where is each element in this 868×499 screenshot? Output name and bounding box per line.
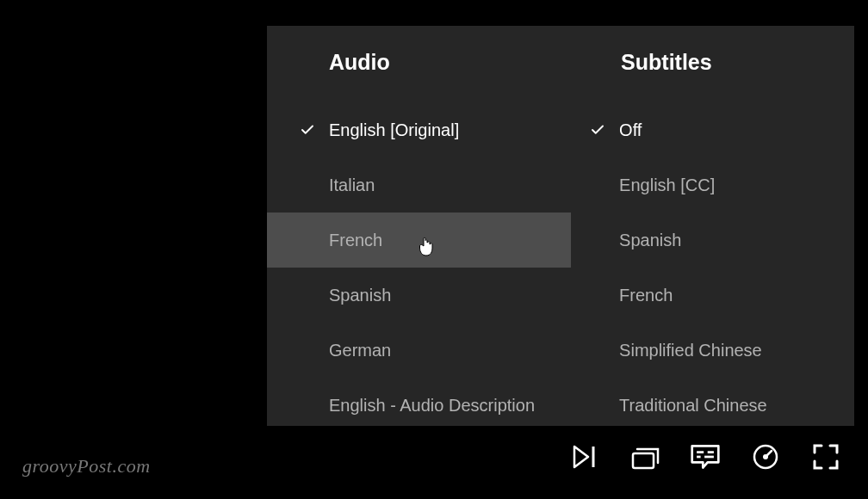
subtitle-option[interactable]: English [CC] bbox=[571, 157, 854, 213]
audio-option-label: German bbox=[329, 341, 391, 360]
subtitle-option-label: Traditional Chinese bbox=[619, 396, 767, 416]
subtitles-header: Subtitles bbox=[571, 50, 854, 75]
subtitle-option-label: Off bbox=[619, 120, 642, 140]
audio-option-label: Spanish bbox=[329, 286, 391, 305]
checkmark-icon bbox=[300, 122, 315, 138]
svg-rect-1 bbox=[633, 453, 654, 468]
audio-option-label: Italian bbox=[329, 176, 375, 195]
audio-option-label: French bbox=[329, 231, 382, 250]
audio-option-label: English [Original] bbox=[329, 120, 459, 140]
subtitles-button[interactable] bbox=[689, 440, 722, 473]
audio-option[interactable]: Italian bbox=[267, 157, 571, 213]
next-episode-icon bbox=[569, 441, 600, 472]
subtitle-option-label: English [CC] bbox=[619, 176, 715, 195]
episodes-icon bbox=[629, 441, 660, 472]
subtitle-option[interactable]: Off bbox=[571, 102, 854, 157]
audio-column: Audio English [Original]ItalianFrenchSpa… bbox=[267, 26, 571, 426]
subtitle-option[interactable]: French bbox=[571, 268, 854, 323]
playback-speed-icon bbox=[750, 441, 781, 472]
next-episode-button[interactable] bbox=[568, 440, 601, 473]
audio-option[interactable]: German bbox=[267, 323, 571, 378]
check-slot bbox=[590, 122, 619, 138]
audio-subtitles-panel: Audio English [Original]ItalianFrenchSpa… bbox=[267, 26, 854, 426]
audio-option[interactable]: French bbox=[267, 213, 571, 268]
episodes-button[interactable] bbox=[629, 440, 661, 473]
audio-option[interactable]: Spanish bbox=[267, 268, 571, 323]
fullscreen-button[interactable] bbox=[809, 440, 842, 473]
subtitle-option[interactable]: Spanish bbox=[571, 213, 854, 268]
subtitle-option-label: Simplified Chinese bbox=[619, 341, 762, 360]
check-slot bbox=[300, 122, 329, 138]
audio-option[interactable]: English - Audio Description bbox=[267, 378, 571, 433]
subtitle-option-label: French bbox=[619, 286, 673, 305]
watermark: groovyPost.com bbox=[22, 455, 151, 477]
audio-option[interactable]: English [Original] bbox=[267, 102, 571, 157]
fullscreen-icon bbox=[810, 441, 841, 472]
subtitle-option[interactable]: Traditional Chinese bbox=[571, 378, 854, 433]
svg-line-8 bbox=[766, 451, 772, 457]
subtitle-option[interactable]: Simplified Chinese bbox=[571, 323, 854, 378]
player-controls bbox=[568, 440, 842, 473]
subtitles-icon bbox=[690, 441, 721, 472]
subtitles-column: Subtitles OffEnglish [CC]SpanishFrenchSi… bbox=[571, 26, 854, 426]
audio-header: Audio bbox=[267, 50, 571, 75]
playback-speed-button[interactable] bbox=[749, 440, 782, 473]
audio-option-label: English - Audio Description bbox=[329, 396, 535, 416]
checkmark-icon bbox=[590, 122, 605, 138]
subtitle-option-label: Spanish bbox=[619, 231, 681, 250]
